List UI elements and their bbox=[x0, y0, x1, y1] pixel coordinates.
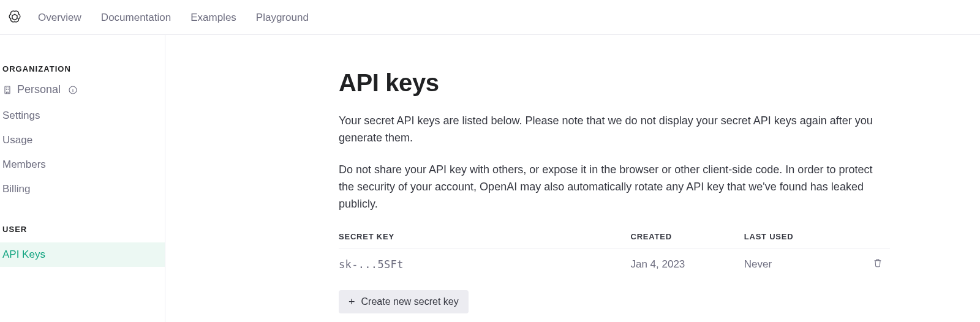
intro-paragraph-2: Do not share your API key with others, o… bbox=[339, 162, 890, 213]
sidebar-heading-organization: ORGANIZATION bbox=[0, 64, 165, 82]
top-nav: Overview Documentation Examples Playgrou… bbox=[0, 0, 980, 35]
cell-created: Jan 4, 2023 bbox=[630, 249, 744, 280]
nav-examples[interactable]: Examples bbox=[181, 0, 246, 35]
table-header-last-used: LAST USED bbox=[744, 227, 858, 249]
create-button-label: Create new secret key bbox=[361, 296, 459, 307]
cell-last-used: Never bbox=[744, 249, 858, 280]
sidebar: ORGANIZATION Personal Settings Usage Mem… bbox=[0, 35, 165, 322]
sidebar-org-name: Personal bbox=[17, 83, 61, 96]
create-secret-key-button[interactable]: + Create new secret key bbox=[339, 290, 469, 313]
sidebar-link-usage[interactable]: Usage bbox=[0, 128, 165, 152]
openai-logo-icon bbox=[7, 10, 22, 24]
main-content: API keys Your secret API keys are listed… bbox=[165, 35, 980, 322]
intro-paragraph-1: Your secret API keys are listed below. P… bbox=[339, 113, 890, 147]
plus-icon: + bbox=[349, 296, 355, 307]
page-title: API keys bbox=[339, 69, 890, 97]
building-icon bbox=[2, 85, 12, 95]
nav-playground[interactable]: Playground bbox=[246, 0, 318, 35]
sidebar-link-api-keys[interactable]: API Keys bbox=[0, 242, 165, 267]
sidebar-heading-user: USER bbox=[0, 225, 165, 242]
cell-secret-key: sk-...5SFt bbox=[339, 249, 630, 280]
sidebar-link-billing[interactable]: Billing bbox=[0, 177, 165, 201]
sidebar-org-selector[interactable]: Personal bbox=[0, 82, 165, 103]
table-header-secret: SECRET KEY bbox=[339, 227, 630, 249]
nav-documentation[interactable]: Documentation bbox=[91, 0, 181, 35]
table-header-actions bbox=[858, 227, 890, 249]
trash-icon[interactable] bbox=[873, 258, 883, 268]
nav-overview[interactable]: Overview bbox=[28, 0, 91, 35]
sidebar-link-members[interactable]: Members bbox=[0, 152, 165, 177]
info-icon bbox=[68, 85, 78, 95]
api-keys-table: SECRET KEY CREATED LAST USED sk-...5SFt … bbox=[339, 227, 890, 279]
svg-rect-0 bbox=[5, 86, 10, 94]
sidebar-link-settings[interactable]: Settings bbox=[0, 103, 165, 128]
table-row: sk-...5SFt Jan 4, 2023 Never bbox=[339, 249, 890, 280]
table-header-created: CREATED bbox=[630, 227, 744, 249]
